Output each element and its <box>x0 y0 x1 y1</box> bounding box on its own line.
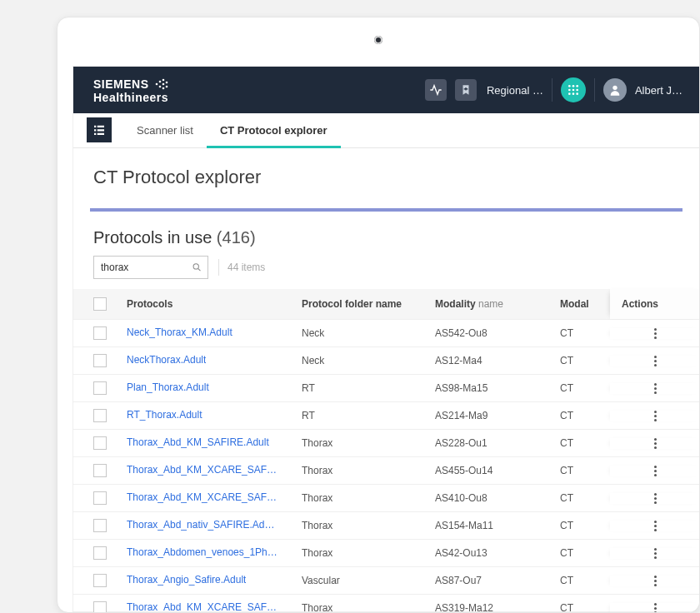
row-checkbox[interactable] <box>93 519 107 532</box>
header-divider <box>552 78 552 102</box>
folder-cell: Neck <box>302 355 435 366</box>
svg-point-13 <box>576 89 578 92</box>
modal-cell: CT <box>560 520 610 531</box>
col-modality-suffix: name <box>478 298 503 310</box>
folder-cell: Thorax <box>302 437 435 449</box>
protocol-link[interactable]: Thorax_Angio_Safire.Adult <box>127 574 246 586</box>
modal-cell: CT <box>560 437 610 449</box>
protocol-link[interactable]: Thorax_Abd_KM_XCARE_SAF… <box>127 491 277 503</box>
list-icon[interactable] <box>87 117 112 142</box>
svg-rect-19 <box>98 126 104 127</box>
protocol-link[interactable]: RT_Thorax.Adult <box>127 409 202 421</box>
modal-cell: CT <box>560 355 610 366</box>
svg-rect-22 <box>94 133 96 135</box>
row-actions-button[interactable] <box>654 493 658 504</box>
modality-cell: AS87-Ou7 <box>435 575 560 586</box>
row-actions-button[interactable] <box>654 411 658 421</box>
row-checkbox[interactable] <box>93 464 107 477</box>
protocol-link[interactable]: Thorax_Abd_KM_XCARE_SAF… <box>127 601 277 613</box>
folder-cell: Neck <box>302 327 435 339</box>
svg-point-9 <box>572 85 575 87</box>
row-checkbox[interactable] <box>93 354 107 367</box>
row-actions-button[interactable] <box>654 576 658 586</box>
search-input[interactable] <box>101 262 192 273</box>
camera-icon <box>374 36 382 44</box>
tab-bar: Scanner list CT Protocol explorer <box>73 113 699 148</box>
table-row: Thorax_Abd_KM_SAFIRE.AdultThoraxAS228-Ou… <box>73 429 699 456</box>
table-row: Thorax_Abd_nativ_SAFIRE.Ad…ThoraxAS154-M… <box>73 511 699 539</box>
app-header: SIEMENS Healthineers Regional … <box>73 67 699 113</box>
modal-cell: CT <box>560 465 610 476</box>
row-checkbox[interactable] <box>93 381 107 395</box>
modality-cell: AS12-Ma4 <box>435 355 560 366</box>
col-actions: Actions <box>610 289 700 319</box>
section-count: (416) <box>217 228 256 247</box>
row-checkbox[interactable] <box>93 326 107 340</box>
protocol-link[interactable]: Plan_Thorax.Adult <box>127 381 209 393</box>
svg-point-6 <box>165 82 168 84</box>
search-icon[interactable] <box>192 262 202 273</box>
row-actions-button[interactable] <box>654 521 658 531</box>
svg-point-8 <box>568 85 571 87</box>
page-title-wrap: CT Protocol explorer <box>73 148 699 197</box>
row-checkbox[interactable] <box>93 409 107 422</box>
col-protocols[interactable]: Protocols <box>127 298 302 310</box>
col-modality[interactable]: Modality name <box>435 298 560 310</box>
svg-rect-20 <box>94 129 96 131</box>
modality-cell: AS410-Ou8 <box>435 492 560 504</box>
activity-icon[interactable] <box>425 79 447 101</box>
svg-point-16 <box>576 92 578 95</box>
tab-ct-explorer[interactable]: CT Protocol explorer <box>207 112 341 147</box>
tab-scanner-list[interactable]: Scanner list <box>123 112 207 147</box>
select-all-checkbox[interactable] <box>93 297 107 311</box>
row-checkbox[interactable] <box>93 574 107 587</box>
bookmark-add-icon[interactable] <box>455 79 477 101</box>
row-checkbox[interactable] <box>93 601 107 613</box>
table-row: Plan_Thorax.AdultRTAS98-Ma15CT <box>73 374 699 401</box>
svg-point-15 <box>572 92 575 95</box>
row-actions-button[interactable] <box>654 356 658 366</box>
user-name[interactable]: Albert J… <box>635 84 682 97</box>
modality-cell: AS542-Ou8 <box>435 327 560 339</box>
folder-cell: Thorax <box>302 492 435 504</box>
folder-cell: Thorax <box>302 547 435 559</box>
col-folder[interactable]: Protocol folder name <box>302 298 435 310</box>
modal-cell: CT <box>560 602 610 613</box>
header-divider-2 <box>594 78 595 102</box>
modal-cell: CT <box>560 575 610 586</box>
search-box[interactable] <box>93 256 208 279</box>
row-actions-button[interactable] <box>654 328 658 339</box>
svg-point-7 <box>165 86 168 88</box>
row-checkbox[interactable] <box>93 491 107 505</box>
row-actions-button[interactable] <box>654 603 658 614</box>
row-checkbox[interactable] <box>93 436 107 450</box>
col-modal[interactable]: Modal <box>560 298 610 310</box>
tablet-frame: SIEMENS Healthineers Regional … <box>57 17 700 613</box>
tab-ct-explorer-label: CT Protocol explorer <box>220 124 328 137</box>
table-header: Protocols Protocol folder name Modality … <box>73 289 699 319</box>
protocol-link[interactable]: Thorax_Abdomen_venoes_1Ph… <box>127 546 278 558</box>
table-row: Thorax_Abdomen_venoes_1Ph…ThoraxAS42-Ou1… <box>73 539 699 566</box>
table-row: RT_Thorax.AdultRTAS214-Ma9CT <box>73 401 699 429</box>
protocol-link[interactable]: Neck_Thorax_KM.Adult <box>127 326 232 338</box>
modality-cell: AS214-Ma9 <box>435 410 560 421</box>
protocol-link[interactable]: Thorax_Abd_nativ_SAFIRE.Ad… <box>127 519 274 531</box>
svg-point-5 <box>162 87 164 90</box>
protocol-link[interactable]: Thorax_Abd_KM_XCARE_SAF… <box>127 464 277 476</box>
modality-cell: AS42-Ou13 <box>435 547 560 559</box>
items-count-label: 44 items <box>218 259 265 276</box>
apps-launcher-button[interactable] <box>561 77 586 102</box>
protocol-link[interactable]: Thorax_Abd_KM_SAFIRE.Adult <box>127 436 269 448</box>
brand-line2: Healthineers <box>93 91 168 104</box>
row-checkbox[interactable] <box>93 546 107 560</box>
protocols-section: Protocols in use (416) 44 items <box>73 212 699 284</box>
protocol-link[interactable]: NeckThorax.Adult <box>127 354 206 366</box>
row-actions-button[interactable] <box>654 466 658 476</box>
row-actions-button[interactable] <box>654 383 658 394</box>
row-actions-button[interactable] <box>654 438 658 449</box>
svg-line-25 <box>198 269 201 272</box>
avatar[interactable] <box>603 78 627 102</box>
svg-rect-23 <box>98 133 104 135</box>
context-label[interactable]: Regional … <box>487 84 543 97</box>
row-actions-button[interactable] <box>654 548 658 559</box>
